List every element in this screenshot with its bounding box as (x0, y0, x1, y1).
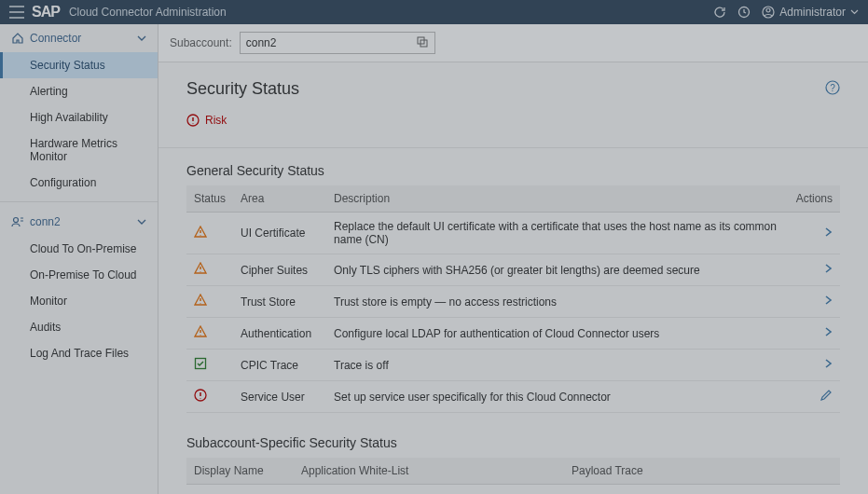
status-cell (186, 254, 233, 286)
sidebar-item[interactable]: Hardware Metrics Monitor (0, 130, 158, 170)
payload-cell: Trace is off (564, 485, 840, 495)
action-cell (789, 254, 840, 286)
sidebar: Connector Security StatusAlertingHigh Av… (0, 24, 158, 494)
sap-logo: SAP (32, 4, 60, 21)
status-cell (186, 318, 233, 350)
chevron-down-icon (850, 9, 859, 15)
menu-icon[interactable] (9, 6, 24, 19)
table-row: UI CertificateReplace the default UI cer… (186, 213, 840, 254)
edit-icon[interactable] (820, 391, 833, 405)
section-title: Subaccount-Specific Security Status (186, 435, 840, 450)
status-cell (186, 381, 233, 413)
description-cell: Configure local LDAP for authentication … (326, 318, 789, 350)
page-title: Security Status (186, 79, 825, 99)
sidebar-item[interactable]: Security Status (0, 52, 158, 78)
subaccount-security-section: Subaccount-Specific Security Status Disp… (158, 420, 868, 494)
navigate-icon[interactable] (823, 265, 833, 278)
description-cell: Trust store is empty — no access restric… (326, 286, 789, 318)
general-security-table: Status Area Description Actions UI Certi… (186, 185, 840, 413)
sidebar-item[interactable]: Audits (0, 314, 158, 340)
status-cell (186, 286, 233, 318)
area-cell: Authentication (233, 318, 326, 350)
topbar-actions: Administrator (713, 6, 859, 19)
help-icon[interactable]: ? (825, 80, 840, 99)
refresh-icon[interactable] (713, 6, 726, 19)
svg-point-3 (14, 218, 19, 223)
action-cell (789, 318, 840, 350)
status-cell (186, 213, 233, 254)
sidebar-item[interactable]: Alerting (0, 78, 158, 104)
col-header-whitelist: Application White-List (294, 458, 564, 485)
description-cell: Only TLS ciphers with SHA256 (or greater… (326, 254, 789, 286)
status-cell (186, 350, 233, 381)
sidebar-item[interactable]: Configuration (0, 170, 158, 196)
subaccount-bar: Subaccount: conn2 (158, 24, 868, 62)
general-security-section: General Security Status Status Area Desc… (158, 148, 868, 420)
action-cell (789, 350, 840, 381)
svg-point-2 (766, 8, 770, 12)
section-title: General Security Status (186, 163, 840, 178)
user-label: Administrator (779, 6, 846, 19)
chevron-down-icon (137, 35, 146, 41)
table-row: AuthenticationConfigure local LDAP for a… (186, 318, 840, 350)
sidebar-item[interactable]: Log And Trace Files (0, 340, 158, 366)
risk-indicator: Risk (158, 110, 868, 148)
col-header-area: Area (233, 185, 326, 213)
col-header-payload: Payload Trace (564, 458, 840, 485)
action-cell (789, 213, 840, 254)
area-cell: Cipher Suites (233, 254, 326, 286)
action-cell (789, 286, 840, 318)
action-cell (789, 381, 840, 413)
sidebar-item[interactable]: On-Premise To Cloud (0, 262, 158, 288)
subaccount-label: Subaccount: (170, 36, 232, 49)
display-name-cell: conn2 (186, 485, 294, 495)
area-cell: Service User (233, 381, 326, 413)
chevron-down-icon (137, 219, 146, 225)
content: Subaccount: conn2 Security Status ? Risk… (158, 24, 868, 494)
user-menu[interactable]: Administrator (762, 6, 859, 19)
sidebar-group-label: Connector (30, 32, 137, 45)
subaccount-value: conn2 (246, 36, 277, 49)
risk-label: Risk (205, 114, 227, 127)
area-cell: UI Certificate (233, 213, 326, 254)
description-cell: Set up service user specifically for thi… (326, 381, 789, 413)
sidebar-item[interactable]: Cloud To On-Premise (0, 236, 158, 262)
page-header: Security Status ? (158, 62, 868, 110)
subaccount-security-table: Display Name Application White-List Payl… (186, 458, 840, 494)
navigate-icon[interactable] (823, 328, 833, 341)
open-dialog-icon (416, 35, 429, 51)
table-row: Trust StoreTrust store is empty — no acc… (186, 286, 840, 318)
alert-icon (186, 114, 200, 127)
sidebar-separator (0, 201, 158, 202)
col-header-status: Status (186, 185, 233, 213)
description-cell: Trace is off (326, 350, 789, 381)
table-row: Cipher SuitesOnly TLS ciphers with SHA25… (186, 254, 840, 286)
table-row: CPIC TraceTrace is off (186, 350, 840, 381)
sidebar-item[interactable]: High Availability (0, 104, 158, 130)
subaccount-select[interactable]: conn2 (240, 32, 435, 54)
sidebar-group-subaccount[interactable]: conn2 (0, 208, 158, 236)
sidebar-group-label: conn2 (30, 215, 137, 228)
top-bar: SAP Cloud Connector Administration Admin… (0, 0, 868, 24)
whitelist-cell: White-list is empty — all applications w… (294, 485, 564, 495)
history-icon[interactable] (737, 6, 751, 19)
svg-text:?: ? (830, 83, 835, 93)
sidebar-group-connector[interactable]: Connector (0, 24, 158, 52)
col-header-description: Description (326, 185, 789, 213)
area-cell: Trust Store (233, 286, 326, 318)
navigate-icon[interactable] (823, 360, 833, 373)
table-row: Service UserSet up service user specific… (186, 381, 840, 413)
navigate-icon[interactable] (823, 228, 833, 241)
sidebar-item[interactable]: Monitor (0, 288, 158, 314)
table-row: conn2White-list is empty — all applicati… (186, 485, 840, 495)
navigate-icon[interactable] (823, 296, 833, 309)
col-header-display-name: Display Name (186, 458, 294, 485)
col-header-actions: Actions (789, 185, 840, 213)
description-cell: Replace the default UI certificate with … (326, 213, 789, 254)
app-title: Cloud Connector Administration (69, 6, 713, 19)
area-cell: CPIC Trace (233, 350, 326, 381)
